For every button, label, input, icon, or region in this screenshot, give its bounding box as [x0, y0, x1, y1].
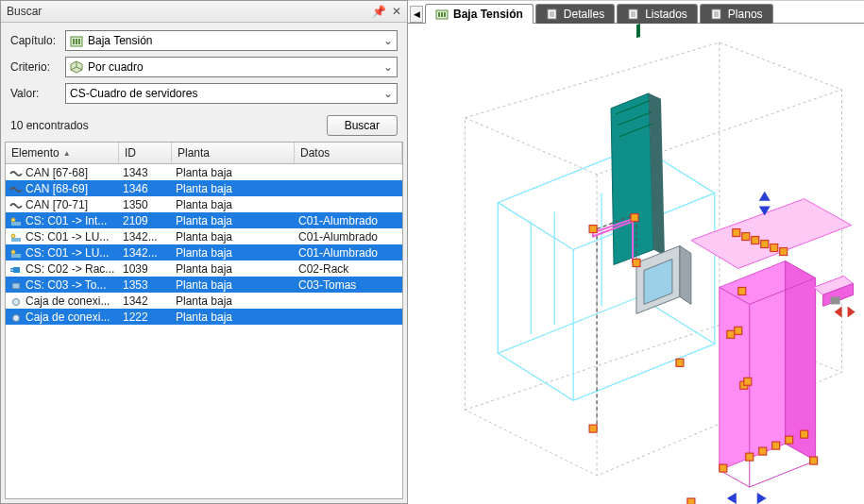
svg-rect-39: [687, 498, 695, 504]
tab-icon: [627, 8, 640, 20]
results-table: Elemento▲ ID Planta Datos CAN [67-68]134…: [5, 142, 403, 499]
svg-rect-57: [744, 378, 752, 385]
svg-rect-35: [589, 425, 597, 432]
svg-point-5: [11, 218, 15, 222]
col-datos[interactable]: Datos: [295, 143, 402, 163]
svg-rect-13: [12, 283, 20, 289]
svg-rect-47: [720, 464, 727, 472]
search-panel: Buscar 📌 ✕ Capítulo: Baja Tensión ⌄ Crit…: [0, 0, 408, 504]
row-type-icon: [9, 168, 23, 177]
svg-rect-44: [771, 244, 778, 252]
svg-rect-19: [444, 12, 446, 17]
capitulo-label: Capítulo:: [10, 34, 65, 47]
table-row[interactable]: Caja de conexi...1222Planta baja: [6, 309, 402, 325]
svg-rect-46: [738, 287, 746, 294]
sort-asc-icon: ▲: [63, 149, 71, 158]
table-row[interactable]: Caja de conexi...1342Planta baja: [6, 293, 402, 309]
result-count: 10 encontrados: [10, 119, 89, 132]
search-button[interactable]: Buscar: [327, 115, 398, 136]
row-type-icon: [9, 232, 23, 242]
svg-rect-18: [441, 12, 443, 17]
criterio-select[interactable]: Por cuadro ⌄: [65, 57, 398, 77]
svg-rect-2: [76, 39, 77, 44]
svg-rect-33: [831, 296, 840, 304]
svg-rect-52: [801, 430, 808, 438]
capitulo-select[interactable]: Baja Tensión ⌄: [65, 30, 398, 51]
svg-rect-3: [78, 39, 80, 44]
col-elemento[interactable]: Elemento▲: [6, 143, 119, 163]
row-type-icon: [9, 184, 23, 193]
close-icon[interactable]: ✕: [392, 5, 401, 18]
table-row[interactable]: CS: C02 -> Rac...1039Planta bajaC02-Rack: [6, 260, 402, 277]
tab-detalles[interactable]: Detalles: [535, 4, 615, 24]
svg-point-15: [13, 314, 20, 321]
table-row[interactable]: CS: C03 -> To...1353Planta bajaC03-Tomas: [6, 277, 402, 293]
valor-label: Valor:: [10, 87, 65, 100]
chevron-down-icon: ⌄: [383, 34, 393, 47]
svg-rect-1: [73, 39, 75, 44]
svg-rect-54: [727, 330, 735, 338]
svg-rect-32: [636, 24, 640, 38]
cube-icon: [70, 60, 83, 74]
tab-scroll-left[interactable]: ◀: [410, 6, 423, 23]
row-type-icon: [9, 216, 23, 226]
panel-titlebar: Buscar 📌 ✕: [1, 1, 407, 23]
table-row[interactable]: CAN [67-68]1343Planta baja: [6, 164, 402, 180]
tab-planos[interactable]: Planos: [700, 4, 773, 24]
criterio-label: Criterio:: [10, 60, 65, 74]
tab-icon: [710, 8, 723, 20]
valor-select[interactable]: CS-Cuadro de servidores ⌄: [65, 83, 398, 104]
svg-rect-12: [10, 270, 13, 272]
svg-point-7: [11, 234, 15, 238]
row-type-icon: [9, 312, 23, 322]
svg-rect-37: [633, 260, 640, 267]
svg-rect-51: [786, 436, 793, 444]
svg-rect-42: [752, 237, 759, 244]
svg-rect-48: [746, 453, 754, 461]
col-planta[interactable]: Planta: [172, 143, 295, 163]
chevron-down-icon: ⌄: [383, 87, 393, 100]
row-type-icon: [9, 280, 23, 290]
tab-listados[interactable]: Listados: [617, 4, 698, 24]
svg-rect-4: [11, 222, 21, 226]
svg-rect-17: [438, 12, 440, 17]
model-viewport[interactable]: [408, 24, 864, 504]
table-row[interactable]: CS: C01 -> Int...2109Planta bajaC01-Alum…: [6, 212, 402, 228]
table-row[interactable]: CS: C01 -> LU...1342...Planta bajaC01-Al…: [6, 244, 402, 260]
svg-rect-41: [742, 233, 750, 241]
tab-icon: [435, 8, 449, 20]
svg-point-9: [11, 250, 15, 254]
svg-rect-6: [11, 238, 21, 242]
tab-icon: [546, 8, 559, 20]
svg-rect-38: [676, 359, 684, 366]
panel-icon: [70, 34, 83, 47]
viewport-panel: ◀ Baja TensiónDetallesListadosPlanos: [408, 0, 864, 504]
svg-rect-50: [772, 442, 780, 449]
tab-bar: ◀ Baja TensiónDetallesListadosPlanos: [408, 1, 864, 24]
svg-rect-43: [761, 241, 769, 248]
svg-rect-36: [631, 214, 638, 222]
svg-rect-11: [10, 268, 13, 270]
pin-icon[interactable]: 📌: [372, 5, 386, 18]
chevron-down-icon: ⌄: [383, 60, 393, 74]
row-type-icon: [9, 248, 23, 258]
table-row[interactable]: CAN [68-69]1346Planta baja: [6, 180, 402, 196]
svg-rect-34: [589, 226, 597, 233]
table-row[interactable]: CAN [70-71]1350Planta baja: [6, 196, 402, 212]
col-id[interactable]: ID: [119, 143, 172, 163]
row-type-icon: [9, 200, 23, 210]
svg-rect-40: [733, 229, 740, 237]
tab-baja-tensión[interactable]: Baja Tensión: [425, 4, 534, 24]
svg-rect-45: [780, 248, 788, 256]
svg-rect-55: [735, 327, 742, 334]
table-row[interactable]: CS: C01 -> LU...1342...Planta bajaC01-Al…: [6, 228, 402, 244]
svg-point-14: [13, 298, 20, 305]
row-type-icon: [9, 264, 23, 274]
svg-rect-10: [13, 267, 20, 273]
svg-rect-53: [810, 457, 818, 464]
svg-rect-8: [11, 254, 21, 258]
row-type-icon: [9, 296, 23, 306]
panel-title-text: Buscar: [7, 5, 42, 18]
svg-rect-49: [759, 447, 767, 455]
